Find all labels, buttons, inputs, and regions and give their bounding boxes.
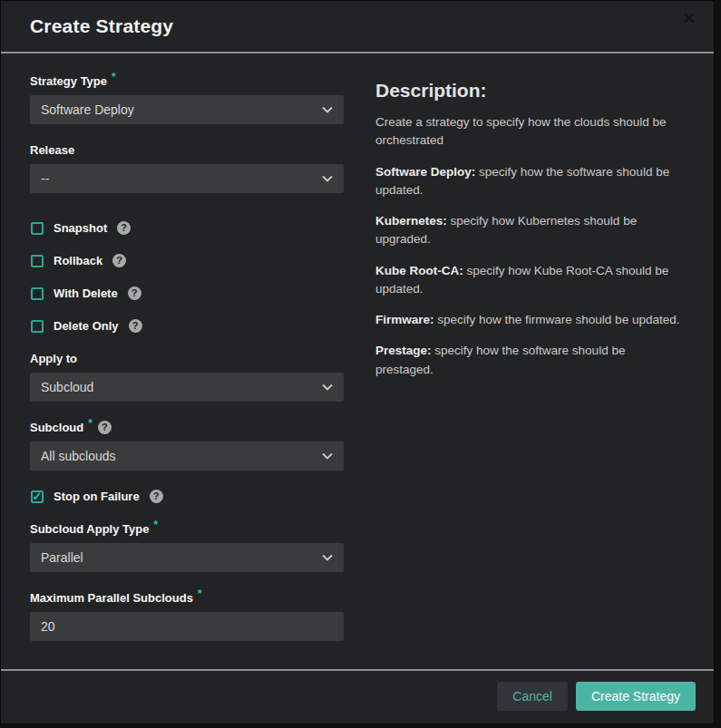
stop-on-failure-checkbox[interactable] <box>31 490 44 503</box>
stop-on-failure-checkbox-row[interactable]: Stop on Failure ? <box>31 490 344 503</box>
cancel-button[interactable]: Cancel <box>497 682 568 711</box>
delete-only-checkbox[interactable] <box>31 320 44 333</box>
chevron-down-icon <box>322 554 333 561</box>
subcloud-label-text: Subcloud <box>30 421 83 434</box>
help-icon[interactable]: ? <box>117 221 131 235</box>
modal-title: Create Strategy <box>30 15 173 37</box>
description-term: Kubernetes: <box>375 214 447 228</box>
rollback-label: Rollback <box>54 254 102 267</box>
create-strategy-modal: Create Strategy ✕ Strategy Type* Softwar… <box>0 0 715 724</box>
subcloud-apply-type-label: Subcloud Apply Type* <box>30 522 344 536</box>
apply-to-label-text: Apply to <box>30 352 77 365</box>
description-term: Prestage: <box>375 344 432 357</box>
chevron-down-icon <box>322 383 333 391</box>
chevron-down-icon <box>322 452 333 460</box>
snapshot-checkbox[interactable] <box>31 222 44 235</box>
description-item: Software Deploy: specify how the softwar… <box>375 163 685 200</box>
description-term: Kube Root-CA: <box>375 264 463 277</box>
help-icon[interactable]: ? <box>112 254 126 267</box>
release-select[interactable]: -- <box>30 164 344 193</box>
rollback-checkbox-row[interactable]: Rollback ? <box>31 254 344 267</box>
strategy-type-label: Strategy Type* <box>30 74 344 88</box>
description-text: specify how the firmware should be updat… <box>434 313 680 326</box>
form-column: Strategy Type* Software Deploy Release -… <box>30 74 344 669</box>
snapshot-checkbox-row[interactable]: Snapshot ? <box>31 221 344 235</box>
strategy-type-label-text: Strategy Type <box>30 74 107 88</box>
apply-to-select[interactable]: Subcloud <box>30 373 344 402</box>
subcloud-label: Subcloud* ? <box>30 421 344 434</box>
subcloud-apply-type-select[interactable]: Parallel <box>30 543 344 572</box>
help-icon[interactable]: ? <box>98 421 112 434</box>
help-icon[interactable]: ? <box>128 286 141 300</box>
apply-to-label: Apply to <box>30 352 344 365</box>
with-delete-checkbox-row[interactable]: With Delete ? <box>31 286 344 300</box>
strategy-type-select[interactable]: Software Deploy <box>30 95 344 124</box>
required-asterisk: * <box>153 519 158 531</box>
description-column: Description: Create a strategy to specif… <box>375 74 685 669</box>
help-icon[interactable]: ? <box>129 319 142 333</box>
chevron-down-icon <box>322 106 333 113</box>
description-item: Prestage: specify how the software shoul… <box>375 342 685 379</box>
subcloud-select[interactable]: All subclouds <box>30 442 344 471</box>
description-intro: Create a strategy to specify how the clo… <box>375 113 685 150</box>
modal-header: Create Strategy ✕ <box>1 1 714 52</box>
description-term: Software Deploy: <box>375 165 475 179</box>
max-parallel-subclouds-label: Maximum Parallel Subclouds* <box>30 591 344 605</box>
required-asterisk: * <box>88 417 93 430</box>
required-asterisk: * <box>112 71 116 83</box>
create-strategy-button[interactable]: Create Strategy <box>576 682 696 711</box>
strategy-type-value: Software Deploy <box>41 102 134 117</box>
max-parallel-subclouds-input[interactable] <box>30 612 344 641</box>
apply-to-value: Subcloud <box>41 380 93 394</box>
with-delete-checkbox[interactable] <box>31 287 44 300</box>
with-delete-label: With Delete <box>54 286 118 300</box>
max-parallel-subclouds-label-text: Maximum Parallel Subclouds <box>30 591 193 605</box>
rollback-checkbox[interactable] <box>31 255 44 267</box>
delete-only-label: Delete Only <box>54 319 119 333</box>
description-item: Kubernetes: specify how Kubernetes shoul… <box>375 212 685 249</box>
snapshot-label: Snapshot <box>54 221 107 235</box>
chevron-down-icon <box>322 175 333 182</box>
description-item: Kube Root-CA: specify how Kube Root-CA s… <box>375 262 685 299</box>
description-term: Firmware: <box>375 313 434 326</box>
release-label: Release <box>30 143 344 157</box>
subcloud-value: All subclouds <box>41 449 116 463</box>
close-icon[interactable]: ✕ <box>683 11 696 26</box>
release-value: -- <box>41 171 49 186</box>
subcloud-apply-type-label-text: Subcloud Apply Type <box>30 522 149 536</box>
description-heading: Description: <box>375 80 685 102</box>
subcloud-apply-type-value: Parallel <box>41 550 83 565</box>
description-item: Firmware: specify how the firmware shoul… <box>375 311 685 329</box>
modal-footer: Cancel Create Strategy <box>1 671 714 723</box>
help-icon[interactable]: ? <box>150 490 163 503</box>
release-label-text: Release <box>30 143 74 157</box>
modal-body: Strategy Type* Software Deploy Release -… <box>1 53 714 669</box>
stop-on-failure-label: Stop on Failure <box>54 490 140 503</box>
delete-only-checkbox-row[interactable]: Delete Only ? <box>31 319 344 333</box>
required-asterisk: * <box>198 587 202 600</box>
